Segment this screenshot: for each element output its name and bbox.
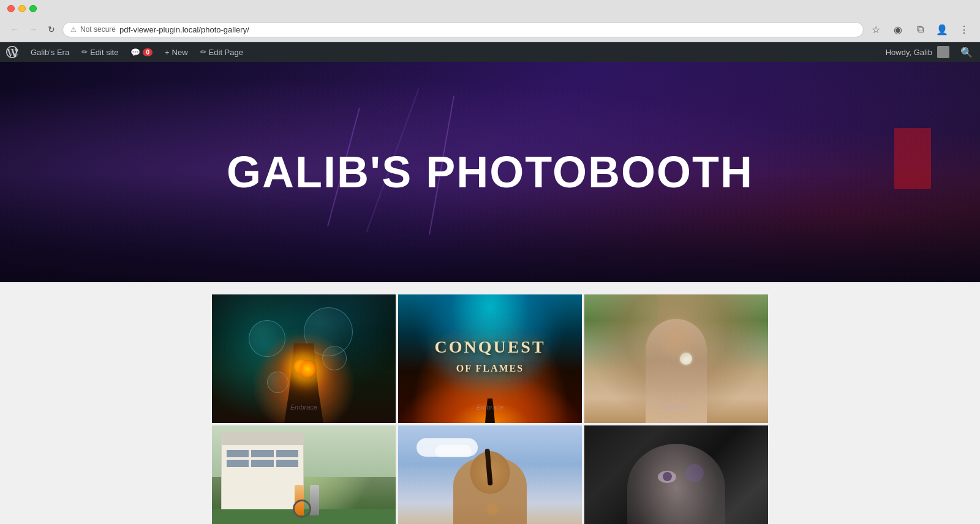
hero-section: GALIB'S PHOTOBOOTH (0, 62, 980, 282)
traffic-lights (7, 5, 37, 12)
minimize-window-button[interactable] (18, 5, 26, 12)
photo-3-watermark: Embrace (663, 403, 690, 411)
window (276, 460, 298, 467)
cloud-2 (435, 445, 472, 457)
pencil-icon: ✏ (81, 48, 88, 56)
building (221, 432, 304, 516)
plus-icon: + (165, 48, 170, 57)
bookmark-icon[interactable]: ☆ (867, 21, 884, 38)
gallery-item-2[interactable]: CONQUESTof FLAMES Embrace (398, 294, 582, 423)
wp-admin-bar-right: Howdy, Galib 🔍 (880, 42, 980, 62)
browser-chrome: ← → ↻ ⚠ Not secure pdf-viewer-plugin.loc… (0, 0, 980, 42)
new-label: New (172, 48, 188, 57)
profile-icon[interactable]: ◉ (889, 21, 907, 38)
edit-site-button[interactable]: ✏ Edit site (75, 42, 124, 62)
edit-page-button[interactable]: ✏ Edit Page (194, 42, 249, 62)
wp-logo-button[interactable] (0, 42, 24, 62)
browser-navigation: ← → ↻ ⚠ Not secure pdf-viewer-plugin.loc… (0, 17, 980, 42)
site-name-button[interactable]: Galib's Era (24, 42, 75, 62)
movie-subtitle: of FLAMES (456, 363, 524, 373)
photo-2-watermark: Embrace (477, 403, 503, 411)
gallery-item-4[interactable]: Embrace (212, 425, 396, 524)
bike-wheel (293, 500, 311, 518)
decorative-accent (894, 128, 931, 189)
hero-title: GALIB'S PHOTOBOOTH (227, 147, 753, 197)
face (655, 314, 698, 363)
comments-button[interactable]: 💬 0 (124, 42, 159, 62)
account-icon[interactable]: 👤 (933, 21, 951, 38)
edit-page-pencil-icon: ✏ (200, 48, 206, 56)
bw-face (627, 444, 725, 524)
photo-1-watermark: Embrace (290, 403, 317, 411)
admin-search-button[interactable]: 🔍 (958, 43, 975, 61)
comment-icon: 💬 (130, 48, 140, 57)
user-avatar (937, 46, 949, 58)
wp-admin-bar-left: Galib's Era ✏ Edit site 💬 0 + New ✏ Edit… (0, 42, 249, 62)
comment-count-badge: 0 (143, 48, 153, 56)
edit-page-label: Edit Page (209, 48, 243, 57)
url-display: pdf-viewer-plugin.local/photo-gallery/ (119, 25, 249, 34)
wp-admin-bar: Galib's Era ✏ Edit site 💬 0 + New ✏ Edit… (0, 42, 980, 62)
movie-title: CONQUESTof FLAMES (434, 338, 545, 376)
browser-title-bar (0, 0, 980, 17)
more-options-icon[interactable]: ⋮ (956, 21, 973, 38)
security-label: Not secure (80, 25, 116, 34)
new-content-button[interactable]: + New (159, 42, 194, 62)
gallery-grid: Embrace CONQUESTof FLAMES Embrace (212, 294, 768, 524)
site-name-label: Galib's Era (31, 48, 69, 57)
building-roof (222, 433, 303, 445)
browser-actions: ☆ ◉ ⧉ 👤 ⋮ (867, 21, 973, 38)
security-icon: ⚠ (70, 26, 77, 34)
extensions-icon[interactable]: ⧉ (911, 21, 929, 38)
forward-button[interactable]: → (26, 22, 40, 37)
wordpress-icon (6, 46, 18, 58)
window (251, 450, 273, 457)
refresh-button[interactable]: ↻ (44, 22, 59, 37)
window (227, 460, 249, 467)
glowing-orb (293, 359, 308, 374)
howdy-text: Howdy, Galib (886, 48, 932, 57)
close-window-button[interactable] (7, 5, 15, 12)
gallery-item-6[interactable]: Embrace (584, 425, 768, 524)
eye (658, 471, 676, 483)
cyclist-2 (310, 485, 319, 515)
window (227, 450, 249, 457)
gallery-item-3[interactable]: Embrace (584, 294, 768, 423)
back-button[interactable]: ← (7, 22, 22, 37)
maximize-window-button[interactable] (29, 5, 37, 12)
window (276, 450, 298, 457)
gallery-section: Embrace CONQUESTof FLAMES Embrace (0, 282, 980, 524)
conquest-of-flames-text: CONQUESTof FLAMES (434, 338, 545, 376)
address-bar[interactable]: ⚠ Not secure pdf-viewer-plugin.local/pho… (62, 22, 864, 37)
building-windows (222, 445, 303, 472)
window (251, 460, 273, 467)
hand (486, 503, 499, 515)
howdy-label[interactable]: Howdy, Galib (880, 42, 956, 62)
pupil (663, 472, 672, 481)
gallery-item-5[interactable]: Embrace (398, 425, 582, 524)
edit-site-label: Edit site (90, 48, 118, 57)
watermark-icon (685, 464, 704, 482)
gallery-item-1[interactable]: Embrace (212, 294, 396, 423)
